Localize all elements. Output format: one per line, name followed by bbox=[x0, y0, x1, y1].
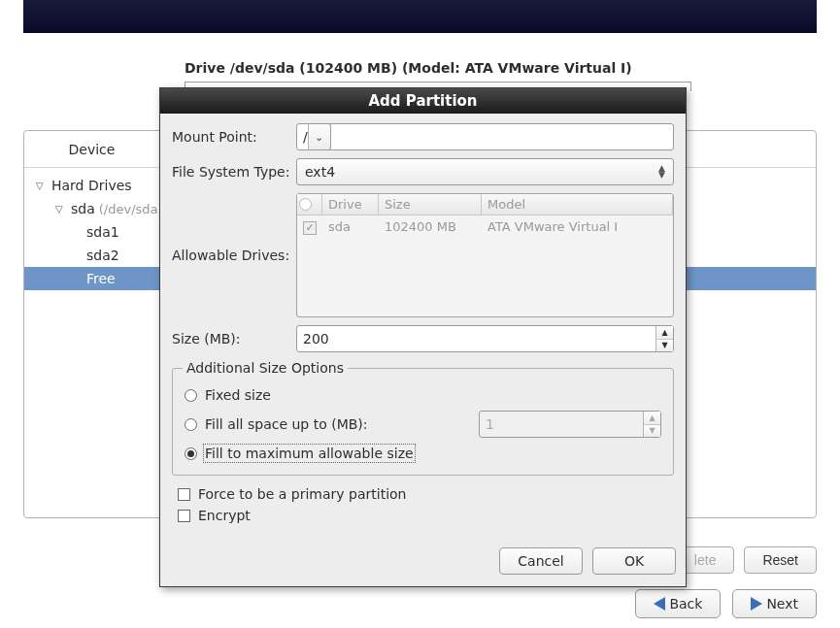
partition-toolbar: lete Reset bbox=[676, 546, 817, 574]
dialog-title: Add Partition bbox=[160, 88, 686, 114]
drives-header-drive[interactable]: Drive bbox=[322, 194, 379, 215]
drive-row-name: sda bbox=[322, 219, 379, 234]
radio-icon bbox=[185, 447, 197, 460]
fs-type-select[interactable]: ext4 ▲▼ bbox=[296, 158, 674, 185]
next-label: Next bbox=[766, 596, 798, 611]
back-button[interactable]: Back bbox=[635, 589, 721, 618]
encrypt-label: Encrypt bbox=[198, 508, 251, 523]
drives-header-row: Drive Size Model bbox=[297, 194, 673, 215]
tree-path: (/dev/sda) bbox=[99, 202, 163, 216]
drives-row[interactable]: ✓ sda 102400 MB ATA VMware Virtual I bbox=[297, 215, 673, 239]
checkbox-icon bbox=[178, 510, 190, 522]
option-fixed-size[interactable]: Fixed size bbox=[183, 383, 663, 407]
tree-label: Hard Drives bbox=[51, 178, 132, 193]
drive-row-checkbox[interactable]: ✓ bbox=[303, 221, 317, 235]
drives-header-model[interactable]: Model bbox=[482, 194, 673, 215]
size-value: 200 bbox=[303, 331, 329, 347]
force-primary-label: Force to be a primary partition bbox=[198, 486, 406, 502]
header-banner bbox=[23, 0, 817, 33]
disclosure-icon[interactable]: ▽ bbox=[36, 181, 48, 191]
mount-point-dropdown[interactable]: ⌄ bbox=[308, 123, 331, 150]
force-primary-checkbox[interactable]: Force to be a primary partition bbox=[172, 483, 674, 505]
fill-up-to-value: 1 bbox=[486, 416, 494, 432]
disclosure-icon[interactable]: ▽ bbox=[55, 204, 67, 215]
option-fill-max[interactable]: Fill to maximum allowable size bbox=[183, 442, 663, 465]
spin-down-icon[interactable]: ▼ bbox=[656, 340, 673, 352]
drive-row-size: 102400 MB bbox=[379, 219, 482, 234]
drives-header-size[interactable]: Size bbox=[379, 194, 482, 215]
size-spinner[interactable]: 200 ▲ ▼ bbox=[296, 325, 674, 352]
allowable-drives-table[interactable]: Drive Size Model ✓ sda 102400 MB ATA VMw… bbox=[296, 193, 674, 317]
checkbox-icon bbox=[178, 488, 190, 501]
chevron-down-icon: ⌄ bbox=[315, 131, 323, 144]
dialog-action-row: Cancel OK bbox=[160, 538, 686, 586]
spin-up-icon: ▲ bbox=[644, 412, 660, 425]
tree-label: Free bbox=[86, 271, 116, 286]
column-device[interactable]: Device bbox=[24, 131, 160, 167]
radio-icon bbox=[185, 418, 197, 431]
size-label: Size (MB): bbox=[172, 331, 296, 347]
tree-label: sda1 bbox=[86, 224, 119, 240]
fs-type-label: File System Type: bbox=[172, 164, 296, 180]
tree-label: sda bbox=[71, 201, 95, 216]
fs-type-value: ext4 bbox=[305, 164, 335, 180]
drive-summary-label: Drive /dev/sda (102400 MB) (Model: ATA V… bbox=[23, 33, 817, 82]
mount-point-label: Mount Point: bbox=[172, 129, 296, 145]
next-button[interactable]: Next bbox=[732, 589, 817, 618]
size-options-legend: Additional Size Options bbox=[183, 360, 348, 376]
ok-button[interactable]: OK bbox=[592, 547, 676, 575]
dialog-body: Mount Point: / ⌄ File System Type: ext4 … bbox=[160, 114, 686, 538]
radio-icon bbox=[185, 389, 197, 402]
size-spin-buttons[interactable]: ▲ ▼ bbox=[655, 326, 673, 351]
additional-size-options: Additional Size Options Fixed size Fill … bbox=[172, 360, 674, 476]
fixed-size-label: Fixed size bbox=[205, 387, 271, 403]
spin-up-icon[interactable]: ▲ bbox=[656, 326, 673, 340]
mount-point-input[interactable]: / ⌄ bbox=[296, 123, 674, 150]
fill-up-to-spinner: 1 ▲ ▼ bbox=[479, 411, 661, 438]
cancel-button[interactable]: Cancel bbox=[499, 547, 583, 575]
spin-down-icon: ▼ bbox=[644, 425, 660, 438]
encrypt-checkbox[interactable]: Encrypt bbox=[172, 505, 674, 526]
drive-row-model: ATA VMware Virtual I bbox=[482, 219, 673, 234]
updown-icon: ▲▼ bbox=[658, 165, 665, 179]
arrow-right-icon bbox=[751, 597, 762, 611]
fill-max-label: Fill to maximum allowable size bbox=[205, 446, 414, 461]
allowable-drives-label: Allowable Drives: bbox=[172, 248, 296, 263]
drives-header-check[interactable] bbox=[297, 194, 322, 215]
arrow-left-icon bbox=[654, 597, 665, 611]
fill-spin-buttons: ▲ ▼ bbox=[643, 412, 660, 437]
fill-up-to-label: Fill all space up to (MB): bbox=[205, 416, 368, 432]
reset-button[interactable]: Reset bbox=[744, 546, 817, 574]
back-label: Back bbox=[669, 596, 702, 611]
add-partition-dialog: Add Partition Mount Point: / ⌄ File Syst… bbox=[159, 87, 687, 587]
wizard-nav: Back Next bbox=[635, 589, 817, 618]
tree-label: sda2 bbox=[86, 248, 119, 263]
option-fill-up-to[interactable]: Fill all space up to (MB): 1 ▲ ▼ bbox=[183, 407, 663, 442]
